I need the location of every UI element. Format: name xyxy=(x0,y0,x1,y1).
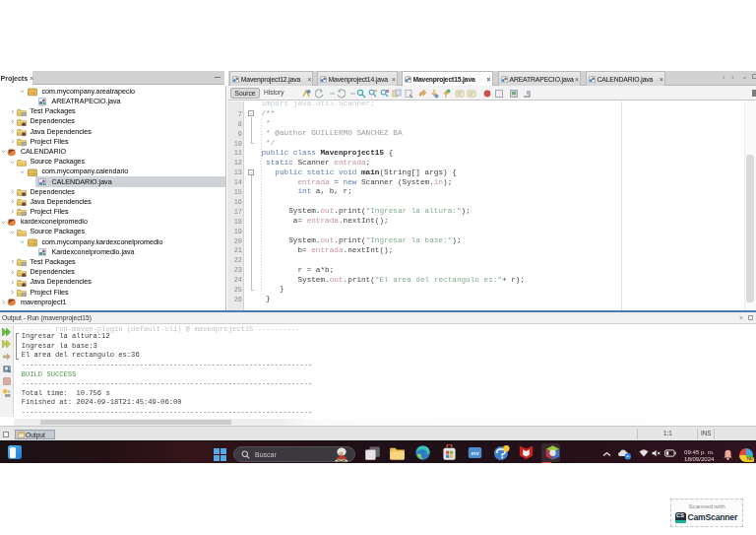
svg-text:mv: mv xyxy=(471,450,479,456)
